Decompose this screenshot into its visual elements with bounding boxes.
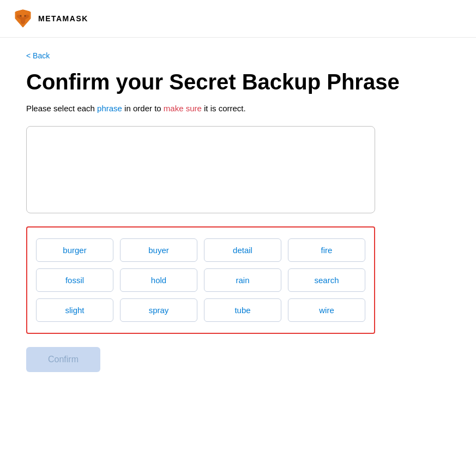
header: METAMASK — [0, 0, 476, 38]
phrase-display-box — [26, 126, 375, 213]
word-button-fossil[interactable]: fossil — [36, 268, 113, 292]
confirm-button[interactable]: Confirm — [26, 347, 100, 372]
metamask-logo-icon — [13, 9, 33, 28]
word-grid: burger buyer detail fire fossil hold rai… — [36, 238, 365, 322]
word-button-burger[interactable]: burger — [36, 238, 113, 262]
main-content: < Back Confirm your Secret Backup Phrase… — [0, 38, 476, 385]
word-button-search[interactable]: search — [288, 268, 365, 292]
subtitle-after: it is correct. — [202, 104, 246, 113]
logo-text: METAMASK — [38, 14, 88, 23]
word-button-detail[interactable]: detail — [204, 238, 281, 262]
word-button-buyer[interactable]: buyer — [120, 238, 197, 262]
word-button-wire[interactable]: wire — [288, 298, 365, 322]
svg-point-6 — [25, 15, 26, 17]
word-button-slight[interactable]: slight — [36, 298, 113, 322]
svg-point-5 — [20, 15, 22, 17]
word-button-tube[interactable]: tube — [204, 298, 281, 322]
page-title: Confirm your Secret Backup Phrase — [26, 69, 450, 95]
word-selection-area: burger buyer detail fire fossil hold rai… — [26, 226, 375, 334]
subtitle-phrase: phrase — [97, 104, 122, 113]
subtitle-before: Please select each — [26, 104, 97, 113]
subtitle: Please select each phrase in order to ma… — [26, 104, 450, 113]
word-button-spray[interactable]: spray — [120, 298, 197, 322]
back-link[interactable]: < Back — [26, 51, 50, 60]
word-button-fire[interactable]: fire — [288, 238, 365, 262]
subtitle-make: make sure — [164, 104, 202, 113]
word-button-rain[interactable]: rain — [204, 268, 281, 292]
word-button-hold[interactable]: hold — [120, 268, 197, 292]
subtitle-middle: in order to — [122, 104, 164, 113]
